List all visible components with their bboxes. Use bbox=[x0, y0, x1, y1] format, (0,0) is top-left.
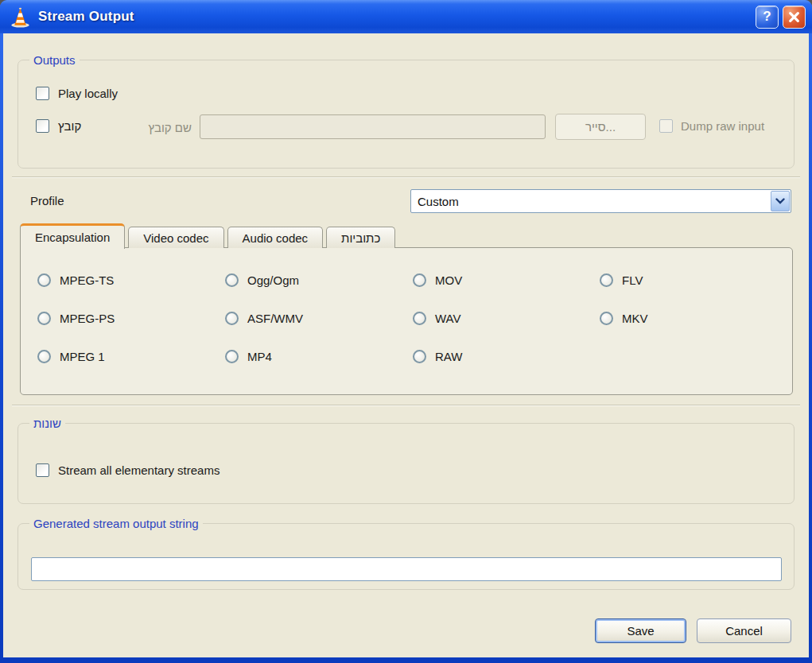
play-locally-row: Play locally bbox=[36, 87, 118, 100]
mov-radio[interactable] bbox=[413, 273, 426, 287]
profile-combobox[interactable]: Custom bbox=[410, 189, 791, 213]
profile-label: Profile bbox=[30, 194, 64, 207]
mpeg-ts-label: MPEG-TS bbox=[60, 273, 114, 287]
radio-option-mkv[interactable]: MKV bbox=[600, 312, 648, 325]
tab-audio-codec-label: Audio codec bbox=[243, 231, 309, 245]
tab-subtitles-label: כתוביות bbox=[341, 231, 380, 245]
cancel-button-label: Cancel bbox=[725, 624, 763, 638]
mpeg-ps-radio[interactable] bbox=[37, 312, 51, 325]
separator-middle bbox=[12, 405, 800, 406]
mkv-radio[interactable] bbox=[600, 312, 613, 325]
help-button[interactable]: ? bbox=[756, 6, 779, 29]
radio-option-wav[interactable]: WAV bbox=[413, 312, 461, 325]
dump-raw-label: Dump raw input bbox=[681, 119, 764, 133]
cancel-button[interactable]: Cancel bbox=[697, 618, 791, 643]
dump-raw-checkbox bbox=[659, 119, 673, 133]
flv-radio[interactable] bbox=[600, 273, 613, 287]
generated-string-input[interactable] bbox=[31, 557, 782, 581]
radio-option-asf-wmv[interactable]: ASF/WMV bbox=[225, 312, 303, 325]
file-checkbox[interactable] bbox=[36, 119, 49, 133]
radio-option-mpeg-ts[interactable]: MPEG-TS bbox=[37, 273, 114, 287]
stream-all-checkbox[interactable] bbox=[36, 463, 49, 477]
x-mark-icon bbox=[788, 11, 800, 23]
radio-option-mp4[interactable]: MP4 bbox=[225, 350, 272, 363]
save-button-label: Save bbox=[627, 624, 654, 638]
raw-label: RAW bbox=[435, 350, 462, 363]
question-mark-icon: ? bbox=[763, 9, 771, 25]
save-button[interactable]: Save bbox=[595, 618, 686, 643]
stream-all-row: Stream all elementary streams bbox=[36, 463, 220, 477]
mp4-label: MP4 bbox=[247, 350, 272, 363]
misc-group-label: שונות bbox=[29, 416, 65, 431]
mkv-label: MKV bbox=[622, 312, 648, 325]
dialog-body: Outputs Play locally קובץ שם קובץ סייר..… bbox=[3, 33, 809, 657]
stream-output-dialog: Stream Output ? Outputs Play locally קוב… bbox=[0, 0, 812, 663]
encapsulation-panel: MPEG-TS Ogg/Ogm MOV FLV MPEG-PS ASF/WMV bbox=[20, 247, 793, 395]
tab-video-codec-label: Video codec bbox=[143, 231, 208, 245]
file-name-input bbox=[200, 114, 546, 139]
generated-group: Generated stream output string bbox=[17, 523, 795, 590]
radio-option-mpeg1[interactable]: MPEG 1 bbox=[37, 350, 105, 363]
window-title: Stream Output bbox=[38, 9, 756, 25]
radio-option-ogg[interactable]: Ogg/Ogm bbox=[225, 273, 299, 287]
generated-group-label: Generated stream output string bbox=[29, 516, 203, 531]
radio-option-mpeg-ps[interactable]: MPEG-PS bbox=[37, 312, 115, 325]
tab-encapsulation[interactable]: Encapsulation bbox=[20, 223, 125, 249]
radio-option-mov[interactable]: MOV bbox=[413, 273, 462, 287]
file-name-label: שם קובץ bbox=[114, 121, 192, 134]
file-checkbox-label: קובץ bbox=[58, 119, 81, 133]
raw-radio[interactable] bbox=[413, 350, 426, 363]
play-locally-label: Play locally bbox=[58, 87, 118, 100]
stream-all-label: Stream all elementary streams bbox=[58, 463, 220, 477]
combo-dropdown-button[interactable] bbox=[771, 191, 790, 211]
asf-wmv-radio[interactable] bbox=[225, 312, 239, 325]
dump-raw-row: Dump raw input bbox=[659, 119, 764, 133]
mpeg-ps-label: MPEG-PS bbox=[60, 312, 115, 325]
outputs-group-label: Outputs bbox=[29, 52, 80, 68]
chevron-down-icon bbox=[775, 198, 785, 204]
tab-audio-codec[interactable]: Audio codec bbox=[227, 227, 324, 248]
tab-subtitles[interactable]: כתוביות bbox=[326, 227, 395, 248]
ogg-radio[interactable] bbox=[225, 273, 239, 287]
flv-label: FLV bbox=[622, 273, 643, 287]
close-button[interactable] bbox=[783, 6, 806, 29]
mp4-radio[interactable] bbox=[225, 350, 239, 363]
play-locally-checkbox[interactable] bbox=[36, 87, 49, 100]
title-bar[interactable]: Stream Output ? bbox=[0, 0, 812, 33]
browse-button: סייר... bbox=[555, 114, 646, 140]
radio-option-raw[interactable]: RAW bbox=[413, 350, 462, 363]
tab-encapsulation-label: Encapsulation bbox=[35, 231, 110, 244]
vlc-cone-icon bbox=[10, 6, 31, 28]
asf-wmv-label: ASF/WMV bbox=[247, 312, 303, 325]
file-row: קובץ bbox=[36, 119, 81, 133]
ogg-label: Ogg/Ogm bbox=[247, 273, 299, 287]
tab-video-codec[interactable]: Video codec bbox=[128, 227, 223, 248]
radio-option-flv[interactable]: FLV bbox=[600, 273, 643, 287]
wav-label: WAV bbox=[435, 312, 461, 325]
mov-label: MOV bbox=[435, 273, 462, 287]
codec-tabbar: Encapsulation Video codec Audio codec כת… bbox=[20, 223, 398, 248]
separator-top bbox=[12, 176, 800, 178]
wav-radio[interactable] bbox=[413, 312, 426, 325]
outputs-group: Outputs Play locally קובץ שם קובץ סייר..… bbox=[17, 60, 795, 169]
mpeg1-label: MPEG 1 bbox=[60, 350, 105, 363]
profile-selected-value: Custom bbox=[418, 195, 459, 208]
mpeg1-radio[interactable] bbox=[37, 350, 51, 363]
browse-button-label: סייר... bbox=[585, 120, 616, 134]
misc-group: שונות Stream all elementary streams bbox=[17, 423, 795, 504]
mpeg-ts-radio[interactable] bbox=[37, 273, 51, 287]
